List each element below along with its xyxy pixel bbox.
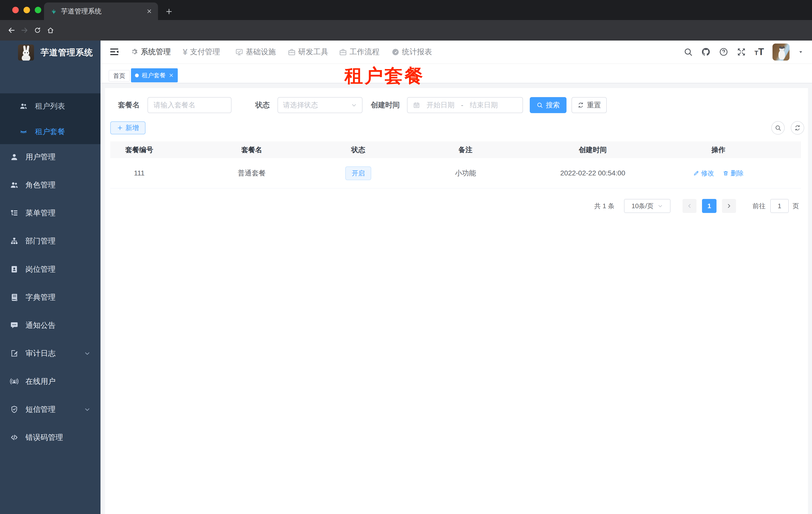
pencil-icon xyxy=(693,170,699,176)
search-icon xyxy=(536,102,543,108)
new-tab-button[interactable] xyxy=(163,5,175,18)
code-icon xyxy=(10,433,19,442)
prev-page-button[interactable] xyxy=(683,199,696,213)
col-header-created: 创建时间 xyxy=(550,141,636,158)
gauge-icon xyxy=(392,48,400,56)
sidebar-item-user-mgmt[interactable]: 用户管理 xyxy=(0,143,100,171)
nav-item-report[interactable]: 统计报表 xyxy=(392,40,432,63)
browser-back-button[interactable] xyxy=(5,24,18,37)
cell-remark: 小功能 xyxy=(381,158,550,188)
delete-link[interactable]: 删除 xyxy=(723,169,744,178)
browser-reload-button[interactable] xyxy=(31,24,44,37)
badge-icon xyxy=(10,265,19,273)
table-refresh-button[interactable] xyxy=(791,121,804,135)
org-chart-icon xyxy=(10,237,19,245)
sidebar-item-dept-mgmt[interactable]: 部门管理 xyxy=(0,227,100,255)
chevron-down-icon xyxy=(84,350,90,357)
edit-link[interactable]: 修改 xyxy=(693,169,714,178)
sidebar-collapse-button[interactable] xyxy=(108,46,120,58)
sidebar-logo[interactable]: 芋道管理系统 xyxy=(0,40,100,64)
search-button[interactable]: 搜索 xyxy=(530,97,567,113)
user-icon xyxy=(10,153,19,161)
arrow-left-icon xyxy=(687,203,693,209)
message-icon xyxy=(10,321,19,330)
page-unit-label: 页 xyxy=(792,202,799,211)
sidebar-item-notice[interactable]: 通知公告 xyxy=(0,311,100,339)
cell-name: 普通套餐 xyxy=(168,158,335,188)
tenant-package-icon xyxy=(20,128,28,136)
filter-date-range[interactable]: 开始日期 - 结束日期 xyxy=(407,97,523,113)
app-root: 芋道管理系统 租户管理 租户列表 租户套餐 用户管理 角色管理 xyxy=(0,40,812,514)
nav-item-system[interactable]: 系统管理 xyxy=(130,40,171,63)
page-number-button[interactable]: 1 xyxy=(702,199,717,213)
add-button[interactable]: 新增 xyxy=(110,121,145,134)
trash-icon xyxy=(723,170,729,176)
avatar-caret-icon[interactable] xyxy=(798,49,804,55)
col-header-remark: 备注 xyxy=(381,141,550,158)
tab-close-icon[interactable] xyxy=(146,8,152,14)
end-date-placeholder: 结束日期 xyxy=(470,100,498,110)
filter-time-label: 创建时间 xyxy=(371,97,400,113)
reset-button[interactable]: 重置 xyxy=(572,97,607,113)
sidebar-item-online-users[interactable]: 在线用户 xyxy=(0,367,100,396)
search-icon xyxy=(775,125,781,131)
table-row: 111 普通套餐 开启 小功能 2022-02-22 00:54:00 修改 xyxy=(110,158,801,188)
search-icon[interactable] xyxy=(684,47,693,57)
window-minimize-button[interactable] xyxy=(24,7,30,13)
sidebar-item-dict-mgmt[interactable]: 字典管理 xyxy=(0,283,100,311)
sidebar-item-menu-mgmt[interactable]: 菜单管理 xyxy=(0,199,100,227)
sidebar-item-post-mgmt[interactable]: 岗位管理 xyxy=(0,255,100,283)
next-page-button[interactable] xyxy=(722,199,736,213)
font-size-icon[interactable]: TT xyxy=(754,47,764,57)
sidebar-item-sms-mgmt[interactable]: 短信管理 xyxy=(0,396,100,424)
refresh-icon xyxy=(578,102,584,108)
refresh-icon xyxy=(794,125,801,131)
help-icon[interactable] xyxy=(719,47,728,57)
users-icon xyxy=(10,181,19,189)
tag-close-icon[interactable] xyxy=(169,73,174,78)
window-zoom-button[interactable] xyxy=(35,7,41,13)
tag-home[interactable]: 首页 xyxy=(109,70,130,82)
browser-toolbar: 127.0.0.1:48080/admin-ui/system/tenant/p… xyxy=(0,20,812,40)
gear-icon xyxy=(130,48,138,56)
window-close-button[interactable] xyxy=(12,7,19,13)
chevron-down-icon xyxy=(658,203,663,209)
table-search-toggle-button[interactable] xyxy=(771,121,785,135)
sidebar-item-error-code[interactable]: 错误码管理 xyxy=(0,424,100,452)
browser-forward-button[interactable] xyxy=(18,24,31,37)
filter-name-input[interactable] xyxy=(147,97,232,113)
filter-status-select[interactable]: 请选择状态 xyxy=(278,97,362,113)
page-size-select[interactable]: 10条/页 xyxy=(624,199,670,213)
online-user-icon xyxy=(10,377,19,386)
status-badge[interactable]: 开启 xyxy=(345,166,371,180)
avatar[interactable] xyxy=(773,44,789,60)
menu-tree-icon xyxy=(10,209,19,217)
pagination-total: 共 1 条 xyxy=(594,202,614,211)
sidebar-item-tenant-package[interactable]: 租户套餐 xyxy=(0,119,100,144)
sidebar-item-audit-log[interactable]: 审计日志 xyxy=(0,339,100,367)
sidebar-item-role-mgmt[interactable]: 角色管理 xyxy=(0,171,100,199)
nav-item-dev-tools[interactable]: 研发工具 xyxy=(288,40,328,63)
active-dot xyxy=(135,74,139,77)
col-header-actions: 操作 xyxy=(636,141,801,158)
sidebar: 芋道管理系统 租户管理 租户列表 租户套餐 用户管理 角色管理 xyxy=(0,40,100,514)
browser-home-button[interactable] xyxy=(44,24,57,37)
briefcase-icon xyxy=(339,48,347,56)
github-icon[interactable] xyxy=(701,47,710,57)
logo-title: 芋道管理系统 xyxy=(40,47,93,58)
tag-tenant-package[interactable]: 租户套餐 xyxy=(131,68,178,82)
goto-page-input[interactable] xyxy=(770,199,789,213)
browser-tab[interactable]: 芋道管理系统 xyxy=(44,2,158,20)
chevron-down-icon xyxy=(84,406,90,413)
dictionary-icon xyxy=(10,293,19,301)
sidebar-item-tenant-list[interactable]: 租户列表 xyxy=(0,93,100,119)
sidebar-submenu-tenant: 租户列表 租户套餐 xyxy=(0,93,100,144)
navbar-right-tools: TT xyxy=(684,40,804,63)
nav-item-workflow[interactable]: 工作流程 xyxy=(339,40,379,63)
nav-item-payment[interactable]: ¥ 支付管理 xyxy=(183,40,220,63)
arrow-right-icon xyxy=(726,203,732,209)
nav-item-infra[interactable]: 基础设施 xyxy=(235,40,276,63)
fullscreen-icon[interactable] xyxy=(737,47,746,57)
yen-icon: ¥ xyxy=(183,47,187,57)
filter-name-label: 套餐名 xyxy=(118,97,140,113)
